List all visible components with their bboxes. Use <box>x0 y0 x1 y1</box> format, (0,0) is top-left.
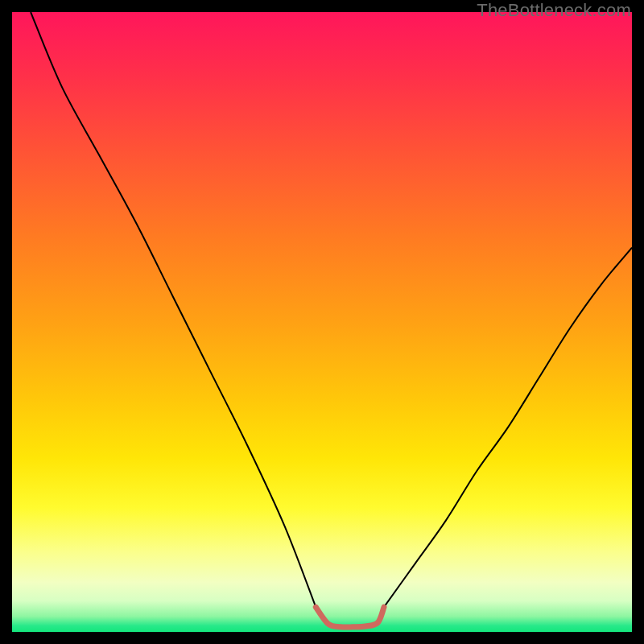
watermark-text: TheBottleneck.com <box>477 0 631 21</box>
plot-area <box>12 12 632 632</box>
series-valley-floor <box>316 607 384 627</box>
series-left-descent <box>31 12 316 607</box>
curve-layer <box>12 12 632 632</box>
chart-stage: TheBottleneck.com <box>0 0 644 644</box>
series-right-ascent <box>384 248 632 608</box>
